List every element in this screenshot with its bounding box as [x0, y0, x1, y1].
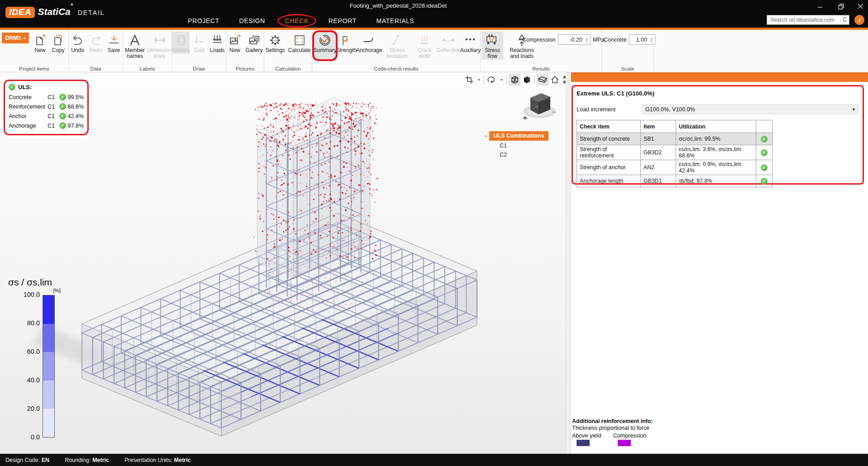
logo-statica: StatiCa®	[38, 6, 73, 17]
viewport-scrollbar[interactable]	[566, 72, 571, 454]
chevron-down-icon: ▼	[852, 107, 856, 112]
undo-icon	[72, 33, 84, 48]
color-scale-tick: 40.0	[27, 376, 40, 384]
table-cell: SB1	[641, 133, 676, 145]
logo-idea: IDEA	[5, 7, 35, 18]
uls-row-concrete: ConcreteC1✓99.5%	[9, 92, 84, 102]
menu-tab-project[interactable]: PROJECT	[188, 17, 219, 24]
color-scale-bar	[43, 295, 55, 437]
reinforcement-info-subtitle: Thickness proportional to force	[572, 425, 862, 431]
reinforcement-info-title: Additional reinforcement info:	[572, 418, 862, 424]
menu-tab-design[interactable]: DESIGN	[239, 17, 265, 24]
color-scale-segment	[43, 380, 54, 409]
group-draw: Rebars Grid Loads Draw	[172, 30, 226, 72]
table-cell: AN2	[641, 160, 676, 175]
svg-text:×: ×	[296, 40, 299, 45]
spinner-arrows-icon[interactable]: ▴▾	[649, 37, 655, 43]
settings-button[interactable]: </> Settings	[264, 32, 286, 54]
clip-view-button[interactable]	[537, 74, 548, 86]
table-header	[756, 120, 773, 133]
rotate-view-button[interactable]	[486, 74, 498, 86]
drm-dropdown[interactable]: DRM1▾	[2, 33, 29, 43]
stress-limitation-icon	[391, 33, 403, 48]
loads-icon	[211, 33, 224, 48]
redo-button: Redo	[87, 32, 105, 54]
concrete-spinner[interactable]: 1.00 ▴▾	[629, 34, 655, 45]
close-button[interactable]	[853, 1, 868, 12]
table-cell: σc/σc,lim: 99.5%	[676, 133, 756, 145]
gallery-button[interactable]: Gallery	[244, 32, 264, 54]
info-button[interactable]: i	[854, 15, 864, 25]
3d-viewport[interactable]: ▾ ▾ +Y ✓ ULS: Conc	[0, 72, 566, 454]
status-item: Design Code:EN	[5, 457, 49, 463]
anchorage-button[interactable]: Anchorage	[357, 32, 381, 60]
restore-button[interactable]	[833, 1, 849, 12]
reinforcement-legend: Above yieldCompression	[572, 433, 862, 446]
stress-flow-button[interactable]: Stress flow	[482, 32, 503, 60]
tree-root-uls-combinations[interactable]: ▾ ULS Combinations	[485, 131, 548, 141]
close-icon	[858, 4, 863, 9]
auxiliary-button[interactable]: Auxiliary	[461, 32, 480, 60]
app-header: Footing_with_pedestal_2026.ideaDet IDEA …	[0, 0, 868, 28]
tree-item-c1[interactable]: C1	[485, 141, 548, 150]
color-scale-title: σs / σs,lim	[8, 277, 67, 288]
table-cell: Strength of anchor	[577, 160, 641, 175]
results-tree: ▾ ULS Combinations C1C2	[485, 131, 548, 159]
undo-button[interactable]: Undo	[69, 32, 86, 54]
strength-icon	[340, 33, 353, 48]
stress-limitation-button: Stress limitation	[382, 32, 412, 60]
uls-row-reinforcement: ReinforcementC1✓68.6%	[9, 102, 84, 111]
home-icon	[550, 75, 559, 84]
search-input[interactable]	[767, 17, 842, 23]
status-bar: Design Code:ENRounding:MetricPresentatio…	[0, 454, 868, 466]
table-row[interactable]: Strength of reinforcementGB3D2εs/εs,lim:…	[577, 145, 773, 160]
load-increment-dropdown[interactable]: G100.0%, V100.0% ▼	[642, 104, 859, 114]
save-button[interactable]: Save	[105, 32, 123, 54]
menu-tab-report[interactable]: REPORT	[329, 17, 357, 24]
concrete-scale-control: Concrete 1.00 ▴▾	[604, 34, 655, 45]
color-scale-tick: 20.0	[27, 405, 40, 412]
check-icon: ✓	[59, 113, 66, 119]
member-names-button[interactable]: Member names	[123, 32, 147, 60]
uls-row-anchor: AnchorC1✓42.4%	[9, 111, 84, 121]
search-box[interactable]	[767, 15, 849, 25]
calculate-button[interactable]: +−×÷ Calculate	[287, 32, 312, 54]
calculator-icon: +−×÷	[293, 33, 306, 48]
load-increment-label: Load increment	[577, 106, 642, 113]
crop-options-button[interactable]: ▾	[476, 74, 482, 86]
tree-item-c2[interactable]: C2	[485, 150, 548, 159]
clip-box-icon	[538, 76, 548, 84]
compression-spinner[interactable]: -0.20 ▴▾	[558, 34, 591, 45]
spinner-arrows-icon[interactable]: ▴▾	[584, 37, 590, 43]
toolbar-divider	[506, 75, 507, 84]
table-row[interactable]: Anchorage lengthGB3D1τb/fbd: 97.8%✓	[577, 175, 773, 187]
svg-text:+Y: +Y	[534, 105, 538, 108]
crop-view-button[interactable]	[463, 74, 475, 86]
minimize-button[interactable]	[812, 1, 828, 12]
copy-button[interactable]: Copy	[50, 32, 67, 54]
solid-view-button[interactable]	[521, 74, 533, 86]
letter-a-icon	[129, 33, 141, 48]
group-labels: Member names Dimension lines Labels	[123, 30, 172, 72]
new-picture-button[interactable]: New	[226, 32, 243, 54]
gear-icon: </>	[269, 33, 281, 48]
home-view-button[interactable]	[549, 74, 561, 86]
chevron-down-icon: ▾	[24, 36, 25, 40]
summary-button[interactable]: Summary	[314, 32, 336, 60]
wireframe-view-button[interactable]	[509, 74, 520, 86]
table-row[interactable]: Strength of anchorAN2εs/εs,lim: 0.9%, σs…	[577, 160, 773, 175]
rotate-options-button[interactable]: ▾	[498, 74, 505, 86]
copy-icon	[52, 33, 65, 48]
ribbon: DRM1▾ New Copy Project items Undo Redo S…	[0, 30, 868, 72]
strength-button[interactable]: Strength	[337, 32, 356, 60]
menu-tab-check[interactable]: CHECK	[285, 17, 309, 24]
loads-button[interactable]: Loads	[209, 32, 226, 54]
svg-text:÷: ÷	[300, 40, 303, 45]
navigation-cube[interactable]: +Y	[520, 89, 559, 122]
extreme-uls-title: Extreme ULS: C1 (G100.0%)	[577, 90, 860, 97]
menu-tab-materials[interactable]: MATERIALS	[377, 17, 415, 24]
color-scale-tick: 0.0	[31, 433, 40, 441]
table-row[interactable]: Strength of concreteSB1σc/σc,lim: 99.5%✓	[577, 133, 773, 145]
extreme-uls-section: Extreme ULS: C1 (G100.0%) Load increment…	[572, 85, 864, 185]
new-project-button[interactable]: New	[32, 32, 49, 54]
